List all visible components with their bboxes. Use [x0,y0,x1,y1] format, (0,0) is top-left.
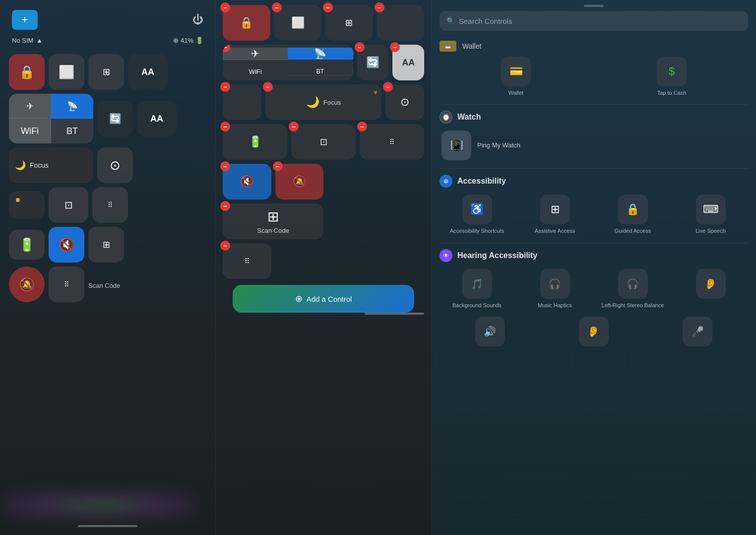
notification-button[interactable]: 🔕 [9,267,45,302]
wallet-section-item[interactable]: 💳 Wallet [440,57,592,96]
accessibility-shortcuts-item[interactable]: ♿ Accessibility Shortcuts [440,195,514,234]
minus-badge[interactable]: − [272,2,282,12]
assistive-access-item[interactable]: ⊞ Assistive Access [517,195,592,234]
minus-badge[interactable]: − [220,122,230,132]
minus-badge[interactable]: − [357,122,367,132]
airplane-mode-button[interactable]: ✈ [9,94,51,119]
text-size-button[interactable]: AA [128,54,168,90]
minus-badge[interactable]: − [220,2,230,12]
wifi-button[interactable]: WiFi [9,119,51,143]
live-speech-icon[interactable]: ⌨ [696,195,726,224]
music-haptics-item[interactable]: 🎧 Music Haptics [517,269,592,309]
dotmatrix2-button[interactable]: ⠿ [49,267,84,302]
edit-bell-button[interactable]: − 🔕 [275,164,324,200]
control-center-grid: 🔒 ⬜ ⊞ AA ✈ 📡 WiFi BT 🔄 AA [0,49,215,307]
camera-button[interactable]: ⊙ [97,147,133,183]
edit-textsize-button[interactable]: − AA [392,45,424,80]
edit-dots-button[interactable]: − ⠿ [360,124,424,160]
microphone-icon-wrap[interactable]: 🎤 [683,317,712,346]
minus-badge[interactable]: − [273,161,283,171]
vibrate-icon: 📳 [450,139,463,152]
network-block[interactable]: ✈ 📡 WiFi BT [9,94,93,143]
minus-badge[interactable]: − [375,2,384,12]
heart-icon: ♥ [374,88,378,96]
qr-scan-button[interactable]: ⊞ [88,54,124,90]
tap-to-cash-item[interactable]: $ Tap to Cash [595,57,748,96]
edit-qr-button[interactable]: − ⊞ [325,5,373,41]
hearing-devices-item[interactable]: 👂 [673,269,748,309]
sound-recognition-icon[interactable]: 🔊 [475,317,505,346]
add-control-button[interactable]: ⊕ Add a Control [233,285,414,313]
screen-mirror-button[interactable]: ⬜ [49,54,84,90]
bt-cell[interactable]: BT [288,68,353,75]
hearing-devices-icon[interactable]: 👂 [696,269,726,299]
power-icon[interactable]: ⏻ [192,13,203,26]
tap-to-cash-icon-wrap[interactable]: $ [657,57,687,86]
wallet-icon-wrap[interactable]: 💳 [501,57,531,86]
watch-section-icon: ⌚ [440,111,452,124]
dotmatrix-button[interactable]: ⠿ [92,187,128,223]
add-button[interactable]: + [12,10,38,30]
edit-dotmatrix3[interactable]: − ⠿ [223,243,271,279]
live-speech-item[interactable]: ⌨ Live Speech [673,195,748,234]
ap-cell[interactable]: ✈ [223,48,288,60]
minus-badge[interactable]: − [355,42,365,52]
hotspot-button[interactable]: 📡 [51,94,93,119]
minus-badge[interactable]: − [383,82,393,92]
text-size-btn2[interactable]: AA [137,101,177,136]
edit-scan-button[interactable]: − ⊞ Scan Code [223,203,323,239]
scan-code-button[interactable]: ⊞ [88,227,124,263]
minus-badge[interactable]: − [220,161,230,171]
edit-camera-button[interactable]: − ⊙ [385,84,424,120]
battery-widget[interactable]: 🔋 [9,230,45,260]
minus-badge[interactable]: − [220,82,230,92]
minus-badge[interactable]: − [263,82,273,92]
hearing-section-header: 👁 Hearing Accessibility [432,245,756,265]
edit-blank2[interactable]: − [223,84,261,120]
background-sounds-icon[interactable]: 🎵 [462,269,492,299]
ping-watch-icon-wrap[interactable]: 📳 [441,131,471,160]
accessibility-shortcuts-icon[interactable]: ♿ [462,195,492,224]
right-panel[interactable]: 🔍 Search Controls ▬ Wallet 💳 Wallet $ Ta… [432,0,756,535]
media-player[interactable] [9,191,45,219]
background-sounds-item[interactable]: 🎵 Background Sounds [440,269,514,309]
lock-rotation-button[interactable]: 🔒 [9,54,45,90]
edit-focus-button[interactable]: − 🌙 Focus ♥ [265,84,381,120]
edit-memory-button[interactable]: − ⊡ [291,124,356,160]
hotspot-cell[interactable]: 📡 [288,48,353,60]
microphone-item[interactable]: 🎤 [647,317,748,349]
mute-button[interactable]: 🔇 [49,227,84,263]
stereo-balance-label: Left-Right Stereo Balance [602,302,664,309]
edit-network-block[interactable]: − ✈ 📡 WiFi BT [223,45,353,80]
search-bar[interactable]: 🔍 Search Controls [440,11,748,31]
memory-button[interactable]: ⊡ [49,187,88,223]
hearing-check-icon[interactable]: 👂 [579,317,609,346]
edit-media-button[interactable]: − 🔋 [223,124,287,160]
guided-access-icon[interactable]: 🔒 [618,195,648,224]
focus-button[interactable]: 🌙 Focus [9,147,93,183]
minus-badge[interactable]: − [289,122,299,132]
hearing-check-item[interactable]: 👂 [543,317,644,349]
music-haptics-icon[interactable]: 🎧 [540,269,570,299]
mid-row-4: − 🔋 − ⊡ − ⠿ [223,124,424,160]
edit-blank-button[interactable]: − [377,5,425,41]
minus-badge[interactable]: − [323,2,333,12]
stereo-balance-item[interactable]: 🎧 Left-Right Stereo Balance [595,269,670,309]
translate-button[interactable]: 🔄 [97,101,133,136]
stereo-balance-icon[interactable]: 🎧 [618,269,648,299]
minus-badge[interactable]: − [390,42,400,52]
wifi-cell[interactable]: WiFi [223,68,288,75]
assistive-access-icon[interactable]: ⊞ [540,195,570,224]
edit-screen-button[interactable]: − ⬜ [274,5,322,41]
edit-mute-button[interactable]: − 🔇 [223,164,271,200]
accessibility-section-icon: ⊕ [440,175,452,188]
bluetooth-button[interactable]: BT [51,119,93,143]
minus-badge[interactable]: − [220,201,230,211]
edit-translate-button[interactable]: − 🔄 [357,45,389,80]
minus-badge[interactable]: − [220,241,230,251]
edit-lock-button[interactable]: − 🔒 [223,5,270,41]
guided-access-item[interactable]: 🔒 Guided Access [595,195,670,234]
sound-recognition-item[interactable]: 🔊 [440,317,540,349]
dots-icon: ⠿ [108,201,113,209]
ping-watch-item[interactable]: 📳 Ping My Watch [440,131,748,160]
